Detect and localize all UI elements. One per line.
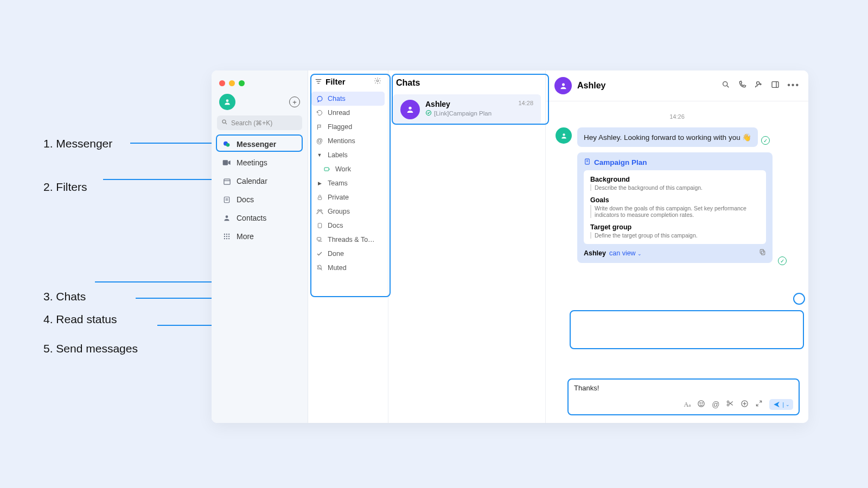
svg-point-41 [757, 82, 760, 85]
video-icon [222, 158, 231, 167]
svg-line-40 [727, 86, 729, 87]
doc-sec2-p: Write down the goals of this campaign. S… [590, 205, 760, 218]
filter-private[interactable]: Private [311, 190, 385, 204]
filter-threads[interactable]: Threads & To… [311, 233, 385, 247]
svg-point-39 [723, 82, 727, 86]
doc-sec3-h: Target group [590, 223, 760, 231]
message-bubble-1: Hey Ashley. Looking forward to working w… [577, 127, 758, 147]
refresh-icon [316, 109, 323, 117]
filter-groups[interactable]: Groups [311, 204, 385, 219]
doc-card[interactable]: Campaign Plan BackgroundDescribe the bac… [577, 152, 773, 263]
expand-icon[interactable] [755, 400, 763, 409]
svg-point-38 [562, 83, 565, 86]
nav-calendar[interactable]: Calendar [216, 172, 303, 190]
chatlist-item-ashley[interactable]: Ashley [Link]Campaign Plan 14:28 [393, 94, 541, 125]
max-dot[interactable] [239, 80, 245, 86]
lock-icon [316, 194, 323, 201]
send-dropdown-icon[interactable]: ⌄ [786, 402, 790, 407]
svg-point-32 [317, 209, 319, 211]
nav-more[interactable]: More [216, 228, 303, 245]
svg-rect-48 [761, 251, 765, 255]
search-input[interactable]: Search (⌘+K) [217, 115, 302, 130]
format-icon[interactable]: Aa [684, 401, 691, 409]
nav-messenger[interactable]: Messenger [216, 136, 303, 153]
docs-icon [222, 195, 231, 204]
svg-point-36 [409, 107, 411, 110]
filter-mentions[interactable]: @Mentions [311, 134, 385, 148]
svg-point-52 [702, 402, 703, 403]
app-window: + Search (⌘+K) Messenger Meetings Calend… [212, 70, 808, 423]
filter-docs[interactable]: Docs [311, 219, 385, 233]
svg-rect-30 [324, 168, 329, 171]
mention-icon[interactable]: @ [712, 400, 719, 409]
filter-label-muted: Muted [328, 264, 347, 272]
chatlist-panel: Chats Ashley [Link]Campaign Plan 14:28 [388, 70, 546, 423]
svg-point-5 [222, 120, 226, 123]
doc-preview: BackgroundDescribe the background of thi… [584, 170, 766, 244]
filter-done[interactable]: Done [311, 247, 385, 261]
nav-label-more: More [237, 232, 254, 241]
grid-icon [222, 232, 231, 241]
close-dot[interactable] [219, 80, 225, 86]
callout-4: 4. Read status [43, 313, 117, 326]
svg-point-17 [226, 234, 227, 235]
doc-sec2-h: Goals [590, 196, 760, 204]
read-status-icon: ✓ [761, 136, 770, 145]
scissors-icon[interactable] [726, 400, 734, 409]
more-icon[interactable]: ••• [787, 80, 800, 91]
nav-label-contacts: Contacts [237, 214, 266, 222]
sidebar: + Search (⌘+K) Messenger Meetings Calend… [212, 70, 308, 423]
svg-point-8 [226, 143, 230, 147]
doc-sec1-p: Describe the background of this campaign… [590, 184, 760, 191]
add-attachment-icon[interactable] [741, 400, 749, 410]
svg-rect-34 [318, 223, 321, 228]
at-icon: @ [316, 137, 323, 145]
nav-docs[interactable]: Docs [216, 191, 303, 208]
sidebar-toggle-icon[interactable] [771, 80, 780, 91]
nav-meetings[interactable]: Meetings [216, 154, 303, 171]
copy-icon[interactable] [759, 248, 766, 258]
nav-contacts[interactable]: Contacts [216, 209, 303, 227]
callout-3: 3. Chats [43, 290, 86, 303]
chatlist-time: 14:28 [518, 100, 533, 106]
send-button[interactable]: | ⌄ [769, 399, 793, 410]
svg-rect-10 [224, 179, 229, 184]
filter-muted[interactable]: Muted [311, 261, 385, 275]
avatar-me[interactable] [219, 94, 235, 110]
filter-label-labels: Labels [328, 151, 348, 159]
filter-flagged[interactable]: Flagged [311, 120, 385, 134]
callout-5: 5. Send messages [43, 342, 138, 355]
svg-point-50 [698, 400, 704, 406]
emoji-icon[interactable] [697, 400, 705, 410]
message-composer[interactable]: Thanks! Aa @ | ⌄ [567, 378, 800, 415]
check-icon [316, 250, 323, 258]
new-chat-button[interactable]: + [289, 97, 300, 107]
filter-label-mentions: Mentions [328, 137, 355, 145]
svg-point-54 [727, 404, 730, 406]
filter-unread[interactable]: Unread [311, 106, 385, 120]
search-placeholder: Search (⌘+K) [231, 119, 272, 127]
flag-icon [316, 123, 323, 131]
filter-work[interactable]: Work [311, 162, 385, 176]
add-user-icon[interactable] [754, 80, 763, 91]
svg-point-53 [727, 401, 730, 403]
composer-input[interactable]: Thanks! [574, 384, 793, 396]
contacts-icon [222, 214, 231, 222]
filter-label-chats: Chats [328, 95, 346, 102]
caret-right-icon: ▶ [316, 179, 323, 187]
chatlist-name: Ashley [425, 100, 513, 108]
doc-sec1-h: Background [590, 176, 760, 183]
filter-chats[interactable]: Chats [311, 92, 385, 106]
call-icon[interactable] [738, 80, 746, 91]
filter-label-docs: Docs [328, 222, 343, 229]
min-dot[interactable] [229, 80, 235, 86]
search-conv-icon[interactable] [722, 80, 730, 91]
chevron-down-icon: ⌄ [637, 251, 642, 256]
filter-teams[interactable]: ▶Teams [311, 176, 385, 190]
window-controls [212, 76, 308, 92]
svg-point-28 [376, 80, 379, 82]
filter-labels[interactable]: ▼Labels [311, 148, 385, 162]
gear-icon[interactable] [374, 77, 381, 86]
doc-permission[interactable]: can view ⌄ [609, 249, 642, 257]
doc-owner: Ashley [584, 249, 606, 257]
